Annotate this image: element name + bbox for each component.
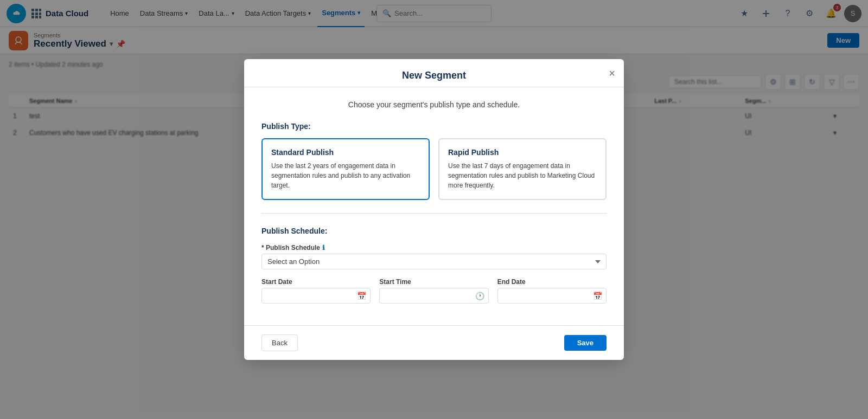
rapid-publish-card[interactable]: Rapid Publish Use the last 7 days of eng…	[438, 138, 607, 148]
modal-overlay: New Segment × Choose your segment's publ…	[0, 0, 868, 148]
new-segment-modal: New Segment × Choose your segment's publ…	[244, 59, 624, 148]
publish-type-label: Publish Type:	[261, 122, 607, 131]
modal-close-button[interactable]: ×	[609, 68, 615, 79]
modal-subtitle: Choose your segment's publish type and s…	[261, 100, 607, 109]
modal-body: Choose your segment's publish type and s…	[244, 87, 624, 148]
modal-header: New Segment ×	[244, 59, 624, 87]
standard-publish-card[interactable]: Standard Publish Use the last 2 years of…	[261, 138, 430, 148]
modal-title: New Segment	[402, 70, 466, 81]
publish-options: Standard Publish Use the last 2 years of…	[261, 138, 607, 148]
